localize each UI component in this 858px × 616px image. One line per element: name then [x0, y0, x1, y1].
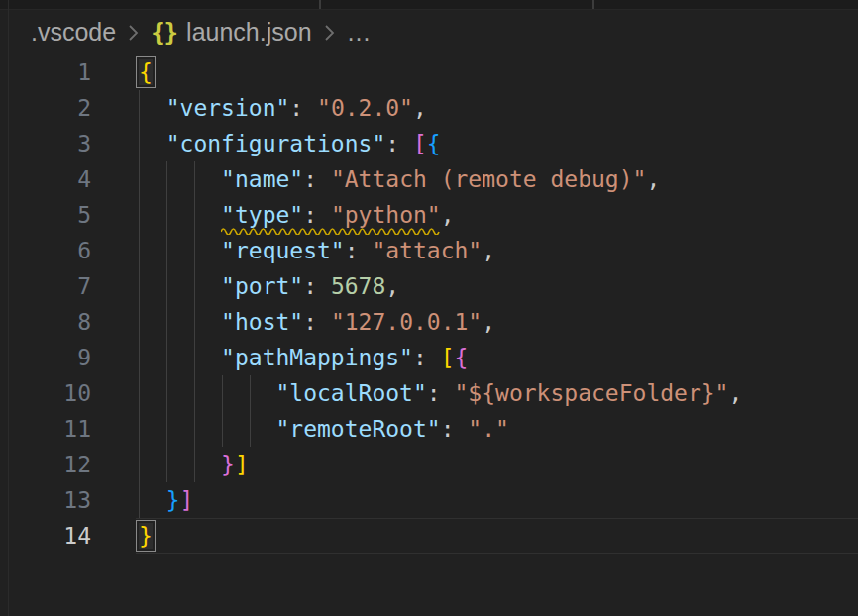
line-number[interactable]: 6	[0, 233, 91, 268]
line-number[interactable]: 4	[0, 161, 91, 197]
code-line[interactable]: 9 "pathMappings": [{	[0, 340, 858, 375]
line-number[interactable]: 11	[0, 411, 91, 447]
tab-divider	[592, 0, 594, 9]
token: "0.2.0"	[317, 95, 413, 121]
token	[139, 273, 221, 299]
token: "name"	[221, 166, 303, 192]
code-text: "localRoot": "${workspaceFolder}",	[139, 375, 742, 411]
editor-lines: 1{2 "version": "0.2.0",3 "configurations…	[0, 54, 858, 616]
code-text: "host": "127.0.0.1",	[139, 304, 495, 340]
line-number[interactable]: 12	[0, 447, 91, 482]
line-number[interactable]: 10	[0, 375, 91, 411]
token: }	[221, 452, 235, 477]
token: "pathMappings"	[221, 345, 413, 370]
token	[139, 345, 221, 370]
code-line[interactable]: 10 "localRoot": "${workspaceFolder}",	[0, 375, 858, 411]
code-line[interactable]: 12 }]	[0, 447, 858, 482]
token: ]	[180, 487, 194, 513]
token: "remoteRoot"	[275, 416, 440, 442]
token	[139, 452, 221, 477]
token: [	[413, 131, 427, 156]
code-text: "port": 5678,	[139, 268, 399, 304]
breadcrumb-symbol-overflow[interactable]: …	[347, 18, 372, 47]
chevron-right-icon	[321, 22, 338, 44]
code-editor[interactable]: 1{2 "version": "0.2.0",3 "configurations…	[0, 54, 858, 616]
chevron-right-icon	[125, 22, 142, 44]
token: :	[427, 380, 455, 406]
token: "configurations"	[166, 131, 386, 156]
code-line[interactable]: 4 "name": "Attach (remote debug)",	[0, 161, 858, 197]
token: "request"	[221, 238, 345, 263]
line-number[interactable]: 1	[0, 54, 91, 90]
token	[139, 380, 275, 406]
token: {	[427, 131, 441, 156]
code-text: }	[139, 518, 153, 554]
code-text: }]	[139, 447, 249, 482]
code-text: "name": "Attach (remote debug)",	[139, 161, 660, 197]
tab-bar-strip[interactable]	[0, 0, 858, 10]
line-number[interactable]: 9	[0, 340, 91, 375]
token: :	[385, 131, 413, 156]
token: ,	[728, 380, 742, 406]
code-line[interactable]: 14}	[0, 518, 858, 554]
token: "port"	[221, 273, 303, 299]
line-number[interactable]: 8	[0, 304, 91, 340]
warning-squiggle-icon	[221, 225, 443, 235]
code-line[interactable]: 11 "remoteRoot": "."	[0, 411, 858, 447]
code-text: }]	[139, 482, 193, 518]
line-number[interactable]: 3	[0, 126, 91, 161]
code-line[interactable]: 6 "request": "attach",	[0, 233, 858, 268]
token	[139, 416, 275, 442]
code-line[interactable]: 1{	[0, 54, 858, 90]
token: ,	[646, 166, 660, 192]
code-text: "pathMappings": [{	[139, 340, 468, 375]
token	[139, 202, 221, 228]
line-number[interactable]: 7	[0, 268, 91, 304]
vscode-editor-window: .vscode {} launch.json … 1{2 "version": …	[0, 0, 858, 616]
token	[139, 166, 221, 192]
token: 5678	[331, 273, 385, 299]
code-text: "configurations": [{	[139, 126, 441, 161]
code-line[interactable]: 2 "version": "0.2.0",	[0, 90, 858, 126]
token: "host"	[221, 309, 303, 335]
token: "attach"	[372, 238, 482, 263]
line-number[interactable]: 5	[0, 197, 91, 233]
token: :	[303, 166, 331, 192]
token: :	[303, 273, 331, 299]
breadcrumb: .vscode {} launch.json …	[0, 10, 858, 54]
matched-bracket: }	[139, 523, 153, 549]
token: "version"	[166, 95, 290, 121]
code-text: "remoteRoot": "."	[139, 411, 509, 447]
code-line[interactable]: 7 "port": 5678,	[0, 268, 858, 304]
breadcrumb-file[interactable]: launch.json	[186, 18, 311, 47]
token: :	[441, 416, 469, 442]
token: :	[303, 309, 331, 335]
code-text: "request": "attach",	[139, 233, 495, 268]
token	[139, 487, 166, 513]
token	[139, 95, 166, 121]
token	[139, 131, 166, 156]
token: }	[166, 487, 180, 513]
code-text: "version": "0.2.0",	[139, 90, 427, 126]
token: "localRoot"	[275, 380, 426, 406]
token: ,	[413, 95, 427, 121]
token: {	[455, 345, 469, 370]
code-line[interactable]: 13 }]	[0, 482, 858, 518]
token: :	[289, 95, 317, 121]
token: :	[345, 238, 373, 263]
code-line[interactable]: 3 "configurations": [{	[0, 126, 858, 161]
line-number[interactable]: 14	[0, 518, 91, 554]
token: ,	[385, 273, 399, 299]
line-number[interactable]: 2	[0, 90, 91, 126]
token: ,	[482, 238, 495, 263]
token: :	[413, 345, 441, 370]
token: ,	[482, 309, 495, 335]
token: [	[441, 345, 455, 370]
matched-bracket: {	[139, 59, 153, 85]
token: "${workspaceFolder}"	[455, 380, 729, 406]
code-line[interactable]: 8 "host": "127.0.0.1",	[0, 304, 858, 340]
token	[139, 309, 221, 335]
breadcrumb-folder[interactable]: .vscode	[31, 18, 116, 47]
token: "127.0.0.1"	[331, 309, 482, 335]
line-number[interactable]: 13	[0, 482, 91, 518]
